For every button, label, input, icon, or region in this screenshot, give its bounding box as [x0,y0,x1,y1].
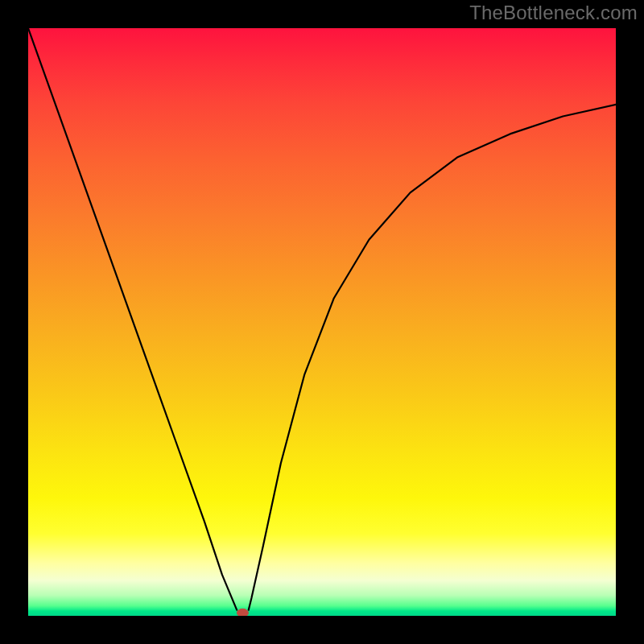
minimum-marker [237,609,248,616]
chart-svg [28,28,616,616]
watermark-text: TheBottleneck.com [469,2,638,24]
curve-right-branch [249,105,616,610]
curve-left-branch [28,28,237,610]
chart-frame: TheBottleneck.com [0,0,644,644]
plot-area [28,28,616,616]
